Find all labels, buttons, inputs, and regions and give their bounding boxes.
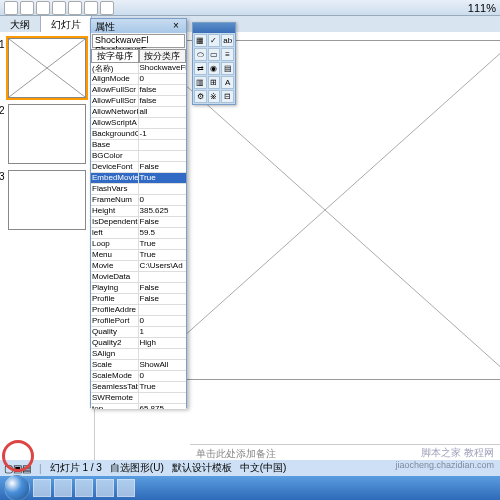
property-row[interactable]: LoopTrue	[91, 239, 186, 250]
property-row[interactable]: MovieC:\Users\Ad	[91, 261, 186, 272]
property-row[interactable]: BGColor	[91, 151, 186, 162]
property-row[interactable]: ScaleMode0	[91, 371, 186, 382]
tool-icon[interactable]	[52, 1, 66, 15]
control-button[interactable]: ⇄	[194, 62, 207, 75]
property-value[interactable]: 0	[139, 195, 187, 205]
property-value[interactable]	[139, 272, 187, 282]
thumbnail-2[interactable]: 2	[8, 104, 86, 164]
property-value[interactable]: 1	[139, 327, 187, 337]
control-button[interactable]: ▥	[194, 76, 207, 89]
property-row[interactable]: FrameNum0	[91, 195, 186, 206]
close-icon[interactable]: ×	[170, 20, 182, 32]
property-value[interactable]	[139, 349, 187, 359]
property-value[interactable]: False	[139, 283, 187, 293]
property-value[interactable]	[139, 184, 187, 194]
control-button[interactable]: ▭	[208, 48, 221, 61]
start-button[interactable]	[4, 475, 30, 500]
property-value[interactable]	[139, 140, 187, 150]
property-row[interactable]: FlashVars	[91, 184, 186, 195]
property-row[interactable]: MovieData	[91, 272, 186, 283]
property-value[interactable]: True	[139, 382, 187, 392]
property-row[interactable]: AlignMode0	[91, 74, 186, 85]
property-value[interactable]: False	[139, 162, 187, 172]
property-row[interactable]: SeamlessTabbTrue	[91, 382, 186, 393]
tool-icon[interactable]	[36, 1, 50, 15]
tool-icon[interactable]	[100, 1, 114, 15]
property-value[interactable]	[139, 118, 187, 128]
property-row[interactable]: AllowFullScrfalse	[91, 96, 186, 107]
property-row[interactable]: EmbedMovieTrue	[91, 173, 186, 184]
control-button[interactable]: ▤	[221, 62, 234, 75]
property-value[interactable]: C:\Users\Ad	[139, 261, 187, 271]
property-value[interactable]: 0	[139, 371, 187, 381]
tool-icon[interactable]	[68, 1, 82, 15]
property-value[interactable]: 0	[139, 74, 187, 84]
property-row[interactable]: Height385.625	[91, 206, 186, 217]
control-button[interactable]: ⊟	[221, 90, 234, 103]
property-value[interactable]: 385.625	[139, 206, 187, 216]
property-value[interactable]: ShockwaveFl	[139, 63, 187, 73]
property-row[interactable]: BackgroundCo-1	[91, 129, 186, 140]
properties-panel[interactable]: 属性 × ShockwaveFl ShockwaveF 按字母序 按分类序 (名…	[90, 18, 187, 408]
property-value[interactable]: False	[139, 217, 187, 227]
property-value[interactable]: false	[139, 85, 187, 95]
property-value[interactable]: ShowAll	[139, 360, 187, 370]
property-value[interactable]: false	[139, 96, 187, 106]
property-value[interactable]: all	[139, 107, 187, 117]
control-button[interactable]: ✓	[208, 34, 221, 47]
tool-icon[interactable]	[84, 1, 98, 15]
property-row[interactable]: top65.875	[91, 404, 186, 409]
control-button[interactable]: ≡	[221, 48, 234, 61]
property-row[interactable]: ProfilePort0	[91, 316, 186, 327]
tab-outline[interactable]: 大纲	[0, 16, 41, 32]
property-row[interactable]: SAlign	[91, 349, 186, 360]
property-value[interactable]: High	[139, 338, 187, 348]
property-row[interactable]: (名称)ShockwaveFl	[91, 63, 186, 74]
windows-taskbar[interactable]	[0, 476, 500, 500]
zoom-level[interactable]: 111%	[468, 2, 496, 14]
taskbar-icon[interactable]	[54, 479, 72, 497]
autoshape-menu[interactable]: 自选图形(U)	[110, 461, 164, 475]
tool-icon[interactable]	[20, 1, 34, 15]
thumbnail-3[interactable]: 3	[8, 170, 86, 230]
property-row[interactable]: Base	[91, 140, 186, 151]
tab-alphabetic[interactable]: 按字母序	[91, 49, 139, 63]
slide-object[interactable]	[135, 40, 500, 380]
control-button[interactable]: ▦	[194, 34, 207, 47]
properties-grid[interactable]: (名称)ShockwaveFlAlignMode0AllowFullScrfal…	[91, 63, 186, 409]
property-value[interactable]	[139, 305, 187, 315]
control-button[interactable]: ◉	[208, 62, 221, 75]
tab-slides[interactable]: 幻灯片	[41, 16, 92, 32]
view-buttons[interactable]: ▢▣▤	[4, 463, 31, 474]
property-value[interactable]: 0	[139, 316, 187, 326]
property-row[interactable]: ScaleShowAll	[91, 360, 186, 371]
taskbar-icon[interactable]	[96, 479, 114, 497]
property-row[interactable]: DeviceFontFalse	[91, 162, 186, 173]
tab-categorized[interactable]: 按分类序	[139, 49, 187, 63]
property-row[interactable]: Quality2High	[91, 338, 186, 349]
property-value[interactable]	[139, 393, 187, 403]
property-row[interactable]: Quality1	[91, 327, 186, 338]
property-row[interactable]: PlayingFalse	[91, 283, 186, 294]
thumbnail-1[interactable]: 1	[8, 38, 86, 98]
property-row[interactable]: AllowNetworkall	[91, 107, 186, 118]
control-button[interactable]: ⬭	[194, 48, 207, 61]
taskbar-icon[interactable]	[117, 479, 135, 497]
property-value[interactable]: True	[139, 250, 187, 260]
control-button[interactable]: A	[221, 76, 234, 89]
property-row[interactable]: SWRemote	[91, 393, 186, 404]
property-value[interactable]: 65.875	[139, 404, 187, 409]
property-row[interactable]: ProfileAddre	[91, 305, 186, 316]
taskbar-icon[interactable]	[33, 479, 51, 497]
toolbox-titlebar[interactable]	[193, 23, 235, 33]
tool-icon[interactable]	[4, 1, 18, 15]
property-value[interactable]: True	[139, 239, 187, 249]
control-button[interactable]: ⚙	[194, 90, 207, 103]
property-row[interactable]: AllowScriptA	[91, 118, 186, 129]
language[interactable]: 中文(中国)	[240, 461, 287, 475]
property-value[interactable]: 59.5	[139, 228, 187, 238]
property-row[interactable]: left59.5	[91, 228, 186, 239]
properties-titlebar[interactable]: 属性 ×	[91, 19, 186, 33]
property-row[interactable]: MenuTrue	[91, 250, 186, 261]
taskbar-icon[interactable]	[75, 479, 93, 497]
